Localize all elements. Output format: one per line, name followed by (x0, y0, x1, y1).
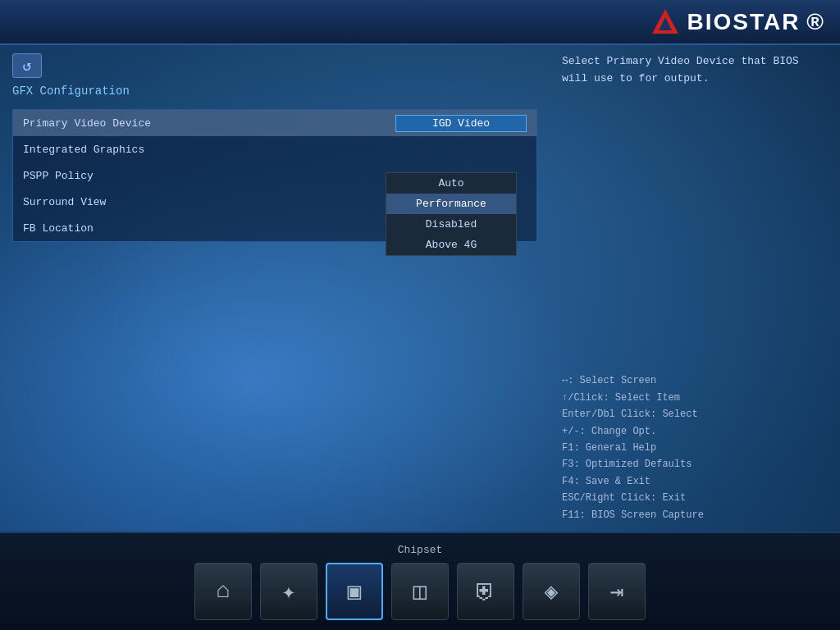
key-hint-line: ESC/Right Click: Exit (562, 490, 828, 506)
biostar-triangle-icon (651, 7, 680, 37)
dropdown-option-disabled[interactable]: Disabled (386, 214, 516, 235)
key-hint-line: F3: Optimized Defaults (562, 456, 828, 472)
key-hint-line: ↑/Click: Select Item (562, 390, 828, 406)
help-text: Select Primary Video Device that BIOS wi… (562, 53, 828, 88)
nav-icon-exit[interactable]: ⇥ (588, 563, 646, 620)
key-hint-line: F1: General Help (562, 440, 828, 456)
back-arrow-icon: ↺ (23, 57, 32, 75)
chipset-tab-label: Chipset (398, 544, 443, 556)
primary-video-value: IGD Video (395, 115, 527, 132)
key-hints: ↔: Select Screen↑/Click: Select ItemEnte… (562, 372, 828, 523)
nav-icon-touch[interactable]: ✦ (260, 563, 317, 620)
settings-row-primary-video[interactable]: Primary Video Device IGD Video (13, 110, 536, 136)
bottom-bar: Chipset ⌂✦▣◫⛨◈⇥ (0, 532, 840, 630)
biostar-registered: ® (806, 9, 825, 35)
dropdown-option-auto[interactable]: Auto (386, 173, 516, 194)
nav-icon-performance[interactable]: ◈ (523, 563, 580, 620)
integrated-graphics-label: Integrated Graphics (23, 144, 527, 156)
dropdown-option-above4g[interactable]: Above 4G (386, 235, 516, 255)
dropdown-menu: Auto Performance Disabled Above 4G (386, 172, 517, 256)
key-hint-line: ↔: Select Screen (562, 372, 828, 389)
nav-icon-home[interactable]: ⌂ (194, 563, 252, 620)
key-hint-line: F11: BIOS Screen Capture (562, 507, 828, 523)
settings-row-integrated-graphics[interactable]: Integrated Graphics (13, 136, 536, 162)
section-title: GFX Configuration (12, 84, 537, 98)
nav-icon-chipset[interactable]: ▣ (326, 563, 383, 620)
biostar-brand-text: BIOSTAR (687, 9, 800, 35)
back-button[interactable]: ↺ (12, 53, 42, 78)
key-hint-line: +/-: Change Opt. (562, 423, 828, 440)
primary-video-label: Primary Video Device (23, 117, 395, 130)
right-panel: Select Primary Video Device that BIOS wi… (550, 45, 840, 532)
dropdown-option-performance[interactable]: Performance (386, 194, 516, 214)
main-content: ↺ GFX Configuration Primary Video Device… (0, 45, 840, 532)
header-bar: BIOSTAR® (0, 0, 840, 45)
left-panel: ↺ GFX Configuration Primary Video Device… (0, 45, 550, 532)
biostar-logo: BIOSTAR® (651, 7, 825, 37)
key-hint-line: F4: Save & Exit (562, 473, 828, 490)
nav-icon-security[interactable]: ⛨ (457, 563, 514, 620)
nav-icon-storage[interactable]: ◫ (391, 563, 449, 620)
nav-icons: ⌂✦▣◫⛨◈⇥ (194, 563, 646, 620)
key-hint-line: Enter/Dbl Click: Select (562, 406, 828, 422)
